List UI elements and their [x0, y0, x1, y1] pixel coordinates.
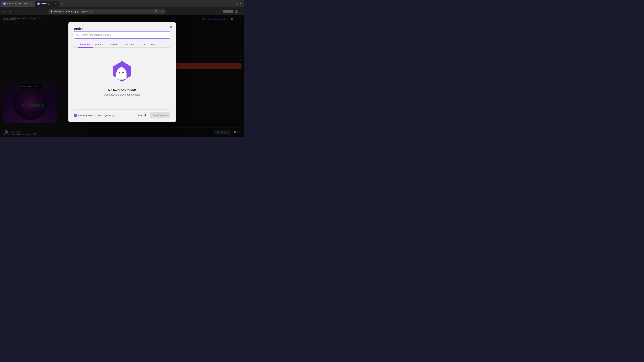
- modal-close-button[interactable]: ✕: [168, 25, 173, 29]
- tab-subscribers-label: Subscribers: [124, 43, 136, 46]
- tab-stream-together[interactable]: Stream Together - Twitch ✕: [1, 1, 35, 7]
- tab-close-1[interactable]: ✕: [30, 2, 33, 5]
- browser-icons-right: Incognito 👤 ⋮: [223, 10, 242, 13]
- address-bar-icons: 🎤 ☆ ⧉: [154, 10, 164, 13]
- tab-subscribers[interactable]: Subscribers: [121, 42, 138, 47]
- tab-prev-button[interactable]: ‹: [74, 42, 78, 46]
- enable-guests-checkbox[interactable]: ✓: [74, 114, 77, 117]
- enable-guests-label: Enable guests to Stream Together: [78, 114, 111, 117]
- new-tab-button[interactable]: +: [60, 1, 64, 6]
- modal-buttons: Cancel Send Invites: [136, 112, 170, 118]
- profile-icon[interactable]: 👤: [235, 10, 238, 13]
- forward-button[interactable]: →: [8, 9, 13, 14]
- maximize-button[interactable]: □: [236, 2, 238, 5]
- window-controls: − □ ✕: [232, 2, 243, 5]
- tab-title-1: Stream Together - Twitch: [7, 2, 29, 5]
- address-url: twitch.tv/popout/moodjoy071/guest-star: [54, 10, 153, 13]
- search-icon: 🔍: [76, 33, 79, 36]
- modal-title: Invite: [74, 27, 83, 31]
- close-button[interactable]: ✕: [240, 2, 242, 5]
- tab-recents-label: Recents: [95, 43, 104, 46]
- tab-next-button[interactable]: ›: [159, 42, 163, 46]
- tab-followers[interactable]: Followers: [106, 42, 121, 47]
- svg-point-7: [117, 79, 126, 80]
- tab-recents[interactable]: Recents: [93, 42, 106, 47]
- empty-state-illustration: [109, 58, 136, 85]
- tab-mods-label: Mods: [151, 43, 157, 46]
- tab-team-label: Team: [140, 43, 146, 46]
- svg-rect-4: [116, 74, 126, 78]
- tab-favicon-1: [3, 2, 6, 5]
- tab-favorites-label: Favorites: [80, 43, 90, 46]
- more-options-icon[interactable]: ⋮: [240, 10, 242, 13]
- cancel-button[interactable]: Cancel: [136, 113, 148, 118]
- back-button[interactable]: ←: [2, 9, 7, 14]
- empty-state-title: No favorites found!: [108, 88, 136, 92]
- tab-favorites[interactable]: Favorites: [78, 42, 93, 47]
- mic-icon[interactable]: 🎤: [154, 10, 157, 13]
- search-input[interactable]: [74, 31, 170, 38]
- tab-title-2: Twitch: [41, 2, 46, 5]
- split-view-icon[interactable]: ⧉: [162, 10, 164, 13]
- svg-point-5: [119, 72, 120, 73]
- tab-team[interactable]: Team: [138, 42, 148, 47]
- tab-loading-indicator: [48, 3, 50, 5]
- modal-overlay[interactable]: Invite ✕ 🔍 ‹ Favorites Recents Followers: [0, 15, 244, 137]
- address-bar[interactable]: 🔒 twitch.tv/popout/moodjoy071/guest-star…: [48, 9, 166, 14]
- tab-favicon-2: [38, 2, 40, 5]
- svg-point-6: [122, 72, 124, 73]
- tab-followers-label: Followers: [109, 43, 119, 46]
- incognito-badge: Incognito: [223, 10, 234, 13]
- tabs-row: ‹ Favorites Recents Followers Subscriber…: [74, 42, 170, 48]
- tab-twitch[interactable]: Twitch ✕: [36, 1, 59, 7]
- refresh-button[interactable]: ↻: [14, 9, 19, 14]
- empty-state-subtitle: Add a few and they'll appear here!: [104, 93, 140, 96]
- empty-state: No favorites found! Add a few and they'l…: [74, 52, 170, 106]
- enable-guests-info-icon[interactable]: i: [112, 114, 115, 117]
- modal-footer: ✓ Enable guests to Stream Together i Can…: [74, 109, 170, 118]
- address-bar-row: ← → ↻ 🔒 twitch.tv/popout/moodjoy071/gues…: [0, 7, 244, 15]
- invite-modal: Invite ✕ 🔍 ‹ Favorites Recents Followers: [68, 22, 176, 122]
- send-invites-button[interactable]: Send Invites: [150, 112, 170, 118]
- enable-guests-row: ✓ Enable guests to Stream Together i: [74, 114, 115, 117]
- minimize-button[interactable]: −: [232, 2, 234, 5]
- bookmark-icon[interactable]: ☆: [158, 10, 161, 13]
- tab-close-2[interactable]: ✕: [54, 2, 57, 5]
- search-container: 🔍: [74, 31, 170, 38]
- browser-tab-bar: Stream Together - Twitch ✕ Twitch ✕ + − …: [0, 0, 244, 7]
- lock-icon: 🔒: [50, 10, 53, 12]
- main-area: BACKSTAGE Group Capture Output: Scre... …: [0, 15, 244, 137]
- tab-mods[interactable]: Mods: [148, 42, 159, 47]
